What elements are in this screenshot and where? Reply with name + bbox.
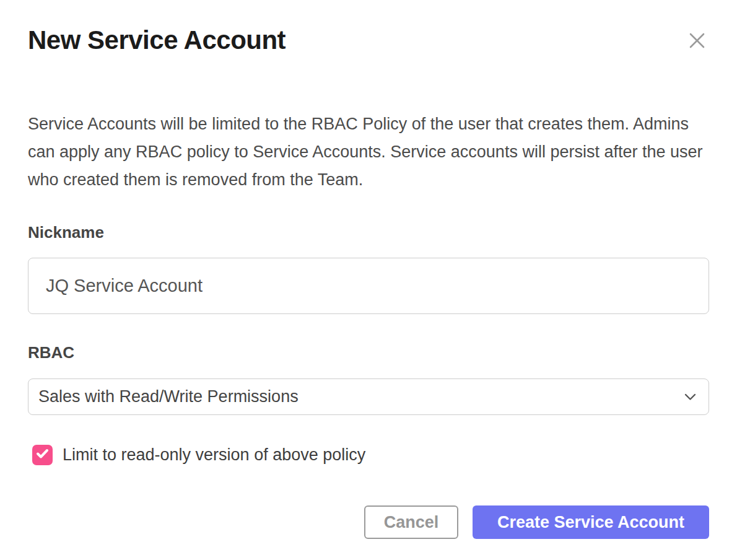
chevron-down-icon bbox=[684, 393, 696, 401]
checkmark-icon bbox=[36, 448, 49, 462]
rbac-label: RBAC bbox=[28, 343, 709, 362]
modal-title: New Service Account bbox=[28, 25, 286, 56]
rbac-selected-value: Sales with Read/Write Permissions bbox=[38, 387, 299, 406]
read-only-checkbox-label: Limit to read-only version of above poli… bbox=[63, 445, 365, 465]
cancel-button[interactable]: Cancel bbox=[364, 505, 458, 539]
modal-header: New Service Account bbox=[28, 0, 709, 56]
modal-description: Service Accounts will be limited to the … bbox=[28, 110, 709, 194]
nickname-label: Nickname bbox=[28, 223, 709, 242]
close-icon bbox=[689, 42, 705, 51]
rbac-select[interactable]: Sales with Read/Write Permissions bbox=[28, 378, 709, 415]
new-service-account-modal: New Service Account Service Accounts wil… bbox=[0, 0, 737, 560]
read-only-checkbox[interactable] bbox=[32, 445, 53, 465]
modal-footer: Cancel Create Service Account bbox=[28, 505, 709, 539]
read-only-checkbox-row[interactable]: Limit to read-only version of above poli… bbox=[28, 445, 709, 465]
nickname-input[interactable] bbox=[28, 258, 709, 314]
create-service-account-button[interactable]: Create Service Account bbox=[473, 505, 709, 539]
close-button[interactable] bbox=[685, 28, 709, 53]
